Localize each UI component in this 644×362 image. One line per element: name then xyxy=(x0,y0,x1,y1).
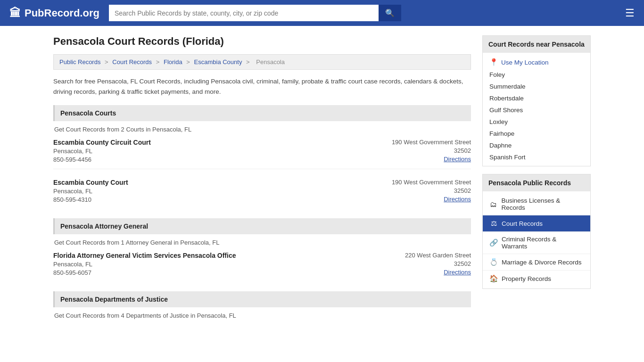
court-phone: 850-595-6057 xyxy=(53,269,236,276)
pr-marriage-records[interactable]: 💍 Marriage & Divorce Records xyxy=(483,254,590,271)
pr-property-records[interactable]: 🏠 Property Records xyxy=(483,271,590,287)
pr-label: Criminal Records & Warrants xyxy=(502,236,584,250)
directions-link[interactable]: Directions xyxy=(444,269,471,276)
breadcrumb-pensacola: Pensacola xyxy=(256,58,285,66)
court-info: Escambia County Circuit Court Pensacola,… xyxy=(53,139,151,163)
site-logo[interactable]: 🏛 PubRecord.org xyxy=(9,7,99,20)
doj-section: Pensacola Departments of Justice Get Cou… xyxy=(53,291,471,319)
public-records-box: Pensacola Public Records 🗂 Business Lice… xyxy=(482,174,591,289)
pr-court-records[interactable]: ⚖ Court Records xyxy=(483,215,590,232)
menu-button[interactable]: ☰ xyxy=(625,7,635,19)
pr-label: Business Licenses & Records xyxy=(502,197,584,211)
main-container: Pensacola Court Records (Florida) Public… xyxy=(44,26,600,336)
home-icon: 🏠 xyxy=(489,274,498,283)
doj-section-header: Pensacola Departments of Justice xyxy=(53,291,471,307)
page-description: Search for free Pensacola, FL Court Reco… xyxy=(53,76,471,97)
court-street: 220 West Garden Street xyxy=(405,252,471,259)
pr-label: Property Records xyxy=(502,275,551,282)
search-input[interactable] xyxy=(109,5,379,21)
attorney-section-header: Pensacola Attorney General xyxy=(53,218,471,234)
breadcrumb: Public Records > Court Records > Florida… xyxy=(53,54,471,70)
court-entry: Florida Attorney General Victim Services… xyxy=(53,252,471,282)
court-entry: Escambia County Circuit Court Pensacola,… xyxy=(53,139,471,169)
breadcrumb-escambia-county[interactable]: Escambia County xyxy=(194,58,242,66)
nearby-city[interactable]: Foley xyxy=(483,69,590,81)
pr-criminal-records[interactable]: 🔗 Criminal Records & Warrants xyxy=(483,232,590,254)
nearby-city[interactable]: Summerdale xyxy=(483,81,590,92)
courts-section: Pensacola Courts Get Court Records from … xyxy=(53,105,471,209)
attorney-section: Pensacola Attorney General Get Court Rec… xyxy=(53,218,471,282)
court-zip: 32502 xyxy=(405,260,471,267)
site-header: 🏛 PubRecord.org 🔍 ☰ xyxy=(0,0,644,26)
court-name: Florida Attorney General Victim Services… xyxy=(53,252,236,259)
court-street: 190 West Government Street xyxy=(392,139,471,146)
pr-label: Court Records xyxy=(502,220,543,227)
court-city: Pensacola, FL xyxy=(53,148,151,155)
logo-icon: 🏛 xyxy=(9,7,21,20)
court-info: Escambia County Court Pensacola, FL 850-… xyxy=(53,179,128,203)
pr-label: Marriage & Divorce Records xyxy=(502,259,582,266)
court-city: Pensacola, FL xyxy=(53,261,236,268)
court-address: 190 West Government Street 32502 Directi… xyxy=(392,139,471,163)
court-city: Pensacola, FL xyxy=(53,188,128,195)
search-button[interactable]: 🔍 xyxy=(379,5,401,21)
court-phone: 850-595-4310 xyxy=(53,196,128,203)
breadcrumb-court-records[interactable]: Court Records xyxy=(112,58,152,66)
breadcrumb-florida[interactable]: Florida xyxy=(164,58,182,66)
pr-business-licenses[interactable]: 🗂 Business Licenses & Records xyxy=(483,193,590,215)
use-location-item[interactable]: 📍 Use My Location xyxy=(483,56,590,69)
search-bar: 🔍 xyxy=(109,5,401,21)
nearby-city[interactable]: Robertsdale xyxy=(483,92,590,104)
court-street: 190 West Government Street xyxy=(392,179,471,186)
briefcase-icon: 🗂 xyxy=(489,200,498,208)
nearby-box: Court Records near Pensacola 📍 Use My Lo… xyxy=(482,35,591,166)
nearby-title: Court Records near Pensacola xyxy=(483,36,590,53)
courts-section-desc: Get Court Records from 2 Courts in Pensa… xyxy=(53,126,471,133)
nearby-city[interactable]: Gulf Shores xyxy=(483,104,590,116)
nearby-city[interactable]: Daphne xyxy=(483,140,590,151)
court-info: Florida Attorney General Victim Services… xyxy=(53,252,236,276)
court-address: 190 West Government Street 32502 Directi… xyxy=(392,179,471,203)
directions-link[interactable]: Directions xyxy=(444,196,471,203)
logo-text: PubRecord.org xyxy=(25,7,99,19)
public-records-list: 🗂 Business Licenses & Records ⚖ Court Re… xyxy=(483,191,590,288)
directions-link[interactable]: Directions xyxy=(444,156,471,163)
pin-icon: 📍 xyxy=(489,58,498,66)
court-zip: 32502 xyxy=(392,187,471,194)
courts-section-header: Pensacola Courts xyxy=(53,105,471,121)
scales-icon: ⚖ xyxy=(489,219,498,228)
court-name: Escambia County Circuit Court xyxy=(53,139,151,146)
court-phone: 850-595-4456 xyxy=(53,156,151,163)
public-records-title: Pensacola Public Records xyxy=(483,174,590,191)
nearby-city[interactable]: Spanish Fort xyxy=(483,151,590,163)
ring-icon: 💍 xyxy=(489,258,498,266)
breadcrumb-public-records[interactable]: Public Records xyxy=(59,58,100,66)
nearby-city[interactable]: Loxley xyxy=(483,116,590,128)
attorney-section-desc: Get Court Records from 1 Attorney Genera… xyxy=(53,239,471,246)
court-zip: 32502 xyxy=(392,147,471,154)
content-area: Pensacola Court Records (Florida) Public… xyxy=(53,35,471,327)
nearby-city[interactable]: Fairhope xyxy=(483,128,590,140)
page-title: Pensacola Court Records (Florida) xyxy=(53,35,471,48)
link-icon: 🔗 xyxy=(489,239,498,247)
use-location-label: Use My Location xyxy=(501,59,549,66)
doj-section-desc: Get Court Records from 4 Departments of … xyxy=(53,312,471,319)
sidebar: Court Records near Pensacola 📍 Use My Lo… xyxy=(482,35,591,327)
nearby-list: 📍 Use My Location Foley Summerdale Rober… xyxy=(483,53,590,166)
court-name: Escambia County Court xyxy=(53,179,128,186)
court-entry: Escambia County Court Pensacola, FL 850-… xyxy=(53,179,471,209)
court-address: 220 West Garden Street 32502 Directions xyxy=(405,252,471,276)
